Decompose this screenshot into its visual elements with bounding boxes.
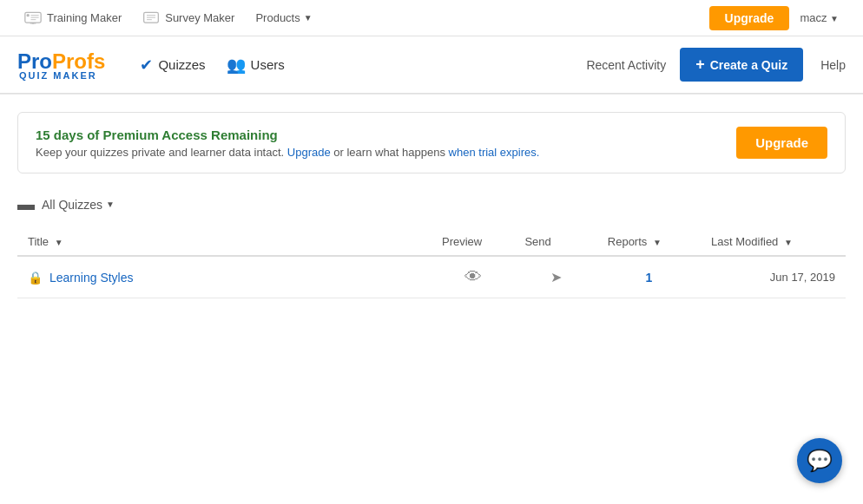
training-maker-label: Training Maker [47,11,122,24]
users-nav[interactable]: 👥 Users [227,56,285,75]
table-header: Title ▼ Preview Send Reports ▼ Last Modi [17,228,846,256]
user-menu[interactable]: macz ▼ [789,11,849,24]
users-label: Users [251,57,285,72]
col-reports[interactable]: Reports ▼ [597,228,701,256]
quizzes-check-icon: ✔ [140,56,153,75]
banner-trial-link[interactable]: when trial expires. [449,146,540,159]
chat-bubble-button[interactable]: 💬 [797,438,842,483]
create-quiz-button[interactable]: + Create a Quiz [680,48,803,82]
send-arrow-icon[interactable]: ➤ [550,270,562,285]
col-title-label: Title [28,235,49,248]
td-preview: 👁 [432,256,514,298]
col-reports-label: Reports [608,235,648,248]
quiz-table-body: 🔒 Learning Styles 👁 ➤ 1 Jun 17, 201 [17,256,846,298]
svg-point-3 [27,14,30,16]
banner-desc-middle: or learn what happens [333,146,445,159]
recent-activity-link[interactable]: Recent Activity [586,58,666,72]
top-navigation: Training Maker Survey Maker Products ▼ U… [0,0,863,36]
folder-row: ▬ All Quizzes ▼ [17,194,846,214]
create-quiz-label: Create a Quiz [710,58,787,72]
quizzes-label: Quizzes [158,57,205,72]
user-chevron-icon: ▼ [830,14,839,23]
col-preview-label: Preview [442,235,482,248]
banner-desc-before: Keep your quizzes private and learner da… [36,146,284,159]
logo[interactable]: Pro Profs Quiz Maker [17,49,105,81]
main-content: 15 days of Premium Access Remaining Keep… [0,95,863,298]
quiz-list: ▬ All Quizzes ▼ Title ▼ Preview Send [17,194,846,298]
lock-icon: 🔒 [28,271,43,285]
reports-count[interactable]: 1 [646,271,653,285]
user-label: macz [800,11,827,24]
quiz-title-link[interactable]: Learning Styles [49,271,134,285]
logo-quiz-maker: Quiz Maker [19,70,105,81]
col-lastmod-label: Last Modified [711,235,778,248]
quizzes-nav[interactable]: ✔ Quizzes [140,56,205,75]
all-quizzes-label: All Quizzes [42,198,102,212]
banner-desc: Keep your quizzes private and learner da… [36,146,539,159]
banner-upgrade-link[interactable]: Upgrade [287,146,331,159]
survey-maker-label: Survey Maker [165,11,234,24]
td-send: ➤ [514,256,596,298]
training-maker-icon [24,11,42,25]
banner-upgrade-button[interactable]: Upgrade [736,127,827,159]
quiz-table: Title ▼ Preview Send Reports ▼ Last Modi [17,228,846,298]
survey-maker-nav[interactable]: Survey Maker [132,0,245,36]
products-label: Products [255,11,300,24]
reports-sort-icon: ▼ [653,238,662,247]
all-quizzes-chevron-icon: ▼ [106,200,115,209]
chat-bubble-icon: 💬 [807,448,833,473]
banner-text: 15 days of Premium Access Remaining Keep… [36,128,539,159]
col-title[interactable]: Title ▼ [17,228,432,256]
top-upgrade-button[interactable]: Upgrade [709,6,790,30]
col-send-label: Send [524,235,550,248]
col-preview: Preview [432,228,514,256]
products-chevron-icon: ▼ [304,13,313,23]
td-title: 🔒 Learning Styles [17,256,432,298]
preview-eye-icon[interactable]: 👁 [464,267,482,286]
survey-maker-icon [142,11,160,25]
lastmod-sort-icon: ▼ [784,238,793,247]
title-sort-icon: ▼ [55,238,63,247]
help-link[interactable]: Help [820,58,846,72]
all-quizzes-dropdown[interactable]: All Quizzes ▼ [42,198,115,212]
col-send: Send [514,228,596,256]
td-reports: 1 [597,256,701,298]
create-quiz-plus-icon: + [695,56,705,74]
td-last-modified: Jun 17, 2019 [701,256,846,298]
folder-icon: ▬ [17,194,35,214]
last-modified-value: Jun 17, 2019 [770,271,835,284]
products-nav[interactable]: Products ▼ [245,11,322,24]
header-bar: Pro Profs Quiz Maker ✔ Quizzes 👥 Users R… [0,36,863,94]
col-last-modified[interactable]: Last Modified ▼ [701,228,846,256]
users-icon: 👥 [227,56,246,75]
banner-title: 15 days of Premium Access Remaining [36,128,539,142]
table-row: 🔒 Learning Styles 👁 ➤ 1 Jun 17, 201 [17,256,846,298]
premium-banner: 15 days of Premium Access Remaining Keep… [17,112,846,173]
training-maker-nav[interactable]: Training Maker [14,0,132,36]
